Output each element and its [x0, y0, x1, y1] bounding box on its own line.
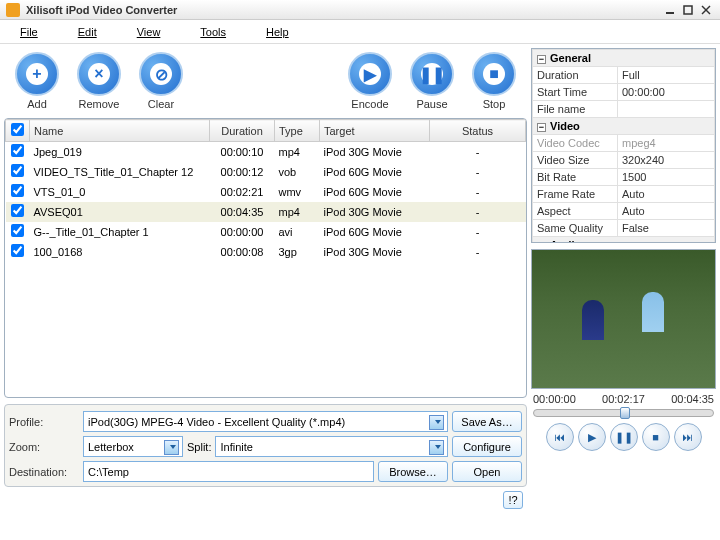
toggle-general[interactable]: − — [537, 55, 546, 64]
minimize-button[interactable] — [662, 3, 678, 17]
menu-file[interactable]: File — [20, 25, 38, 39]
help-button[interactable]: !? — [503, 491, 523, 509]
save-as-button[interactable]: Save As… — [452, 411, 522, 432]
col-name[interactable]: Name — [30, 120, 210, 142]
menu-help[interactable]: Help — [266, 25, 289, 39]
player-play-button[interactable]: ▶ — [578, 423, 606, 451]
property-grid[interactable]: −General DurationFull Start Time00:00:00… — [531, 48, 716, 243]
row-check[interactable] — [11, 164, 24, 177]
destination-label: Destination: — [9, 466, 79, 478]
titlebar: Xilisoft iPod Video Converter — [0, 0, 720, 20]
stop-button[interactable]: ■Stop — [465, 52, 523, 110]
menu-view[interactable]: View — [137, 25, 161, 39]
close-button[interactable] — [698, 3, 714, 17]
col-status[interactable]: Status — [430, 120, 526, 142]
menu-tools[interactable]: Tools — [200, 25, 226, 39]
remove-button[interactable]: ×Remove — [70, 52, 128, 110]
split-combo[interactable]: Infinite — [215, 436, 448, 457]
col-duration[interactable]: Duration — [210, 120, 275, 142]
player-prev-button[interactable]: ⏮ — [546, 423, 574, 451]
open-button[interactable]: Open — [452, 461, 522, 482]
toggle-video[interactable]: − — [537, 123, 546, 132]
row-check[interactable] — [11, 184, 24, 197]
table-row[interactable]: G--_Title_01_Chapter 100:00:00aviiPod 60… — [6, 222, 526, 242]
svg-rect-1 — [684, 6, 692, 14]
row-check[interactable] — [11, 144, 24, 157]
file-grid[interactable]: Name Duration Type Target Status Jpeg_01… — [4, 118, 527, 398]
row-check[interactable] — [11, 224, 24, 237]
seek-slider[interactable] — [533, 409, 714, 417]
maximize-button[interactable] — [680, 3, 696, 17]
browse-button[interactable]: Browse… — [378, 461, 448, 482]
app-icon — [6, 3, 20, 17]
menubar: File Edit View Tools Help — [0, 20, 720, 44]
zoom-combo[interactable]: Letterbox — [83, 436, 183, 457]
zoom-label: Zoom: — [9, 441, 79, 453]
toolbar: +Add ×Remove ⊘Clear ▶Encode ❚❚Pause ■Sto… — [4, 48, 527, 118]
toggle-audio[interactable]: − — [537, 242, 546, 243]
player-stop-button[interactable]: ■ — [642, 423, 670, 451]
menu-edit[interactable]: Edit — [78, 25, 97, 39]
destination-input[interactable]: C:\Temp — [83, 461, 374, 482]
col-target[interactable]: Target — [320, 120, 430, 142]
configure-button[interactable]: Configure — [452, 436, 522, 457]
table-row[interactable]: 100_016800:00:083gpiPod 30G Movie- — [6, 242, 526, 262]
encode-button[interactable]: ▶Encode — [341, 52, 399, 110]
table-row[interactable]: VIDEO_TS_Title_01_Chapter 1200:00:12vobi… — [6, 162, 526, 182]
add-button[interactable]: +Add — [8, 52, 66, 110]
table-row[interactable]: AVSEQ0100:04:35mp4iPod 30G Movie- — [6, 202, 526, 222]
col-type[interactable]: Type — [275, 120, 320, 142]
row-check[interactable] — [11, 244, 24, 257]
profile-label: Profile: — [9, 416, 79, 428]
table-row[interactable]: VTS_01_000:02:21wmviPod 60G Movie- — [6, 182, 526, 202]
check-all[interactable] — [11, 123, 24, 136]
split-label: Split: — [187, 441, 211, 453]
time-display: 00:00:0000:02:1700:04:35 — [531, 389, 716, 409]
clear-button[interactable]: ⊘Clear — [132, 52, 190, 110]
table-row[interactable]: Jpeg_01900:00:10mp4iPod 30G Movie- — [6, 142, 526, 162]
pause-button[interactable]: ❚❚Pause — [403, 52, 461, 110]
row-check[interactable] — [11, 204, 24, 217]
player-next-button[interactable]: ⏭ — [674, 423, 702, 451]
preview-pane — [531, 249, 716, 389]
window-title: Xilisoft iPod Video Converter — [26, 4, 660, 16]
player-pause-button[interactable]: ❚❚ — [610, 423, 638, 451]
profile-combo[interactable]: iPod(30G) MPEG-4 Video - Excellent Quali… — [83, 411, 448, 432]
